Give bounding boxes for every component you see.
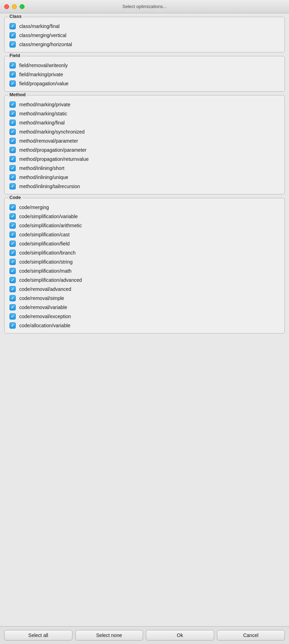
checkbox-item-code-simplification-math[interactable]: code/simplification/math xyxy=(8,267,281,275)
window-controls xyxy=(4,4,24,9)
close-button[interactable] xyxy=(4,4,9,9)
checkbox-item-field-marking-private[interactable]: field/marking/private xyxy=(8,70,281,79)
group-field: Fieldfield/removal/writeonlyfield/markin… xyxy=(4,56,285,92)
checkbox-method-propagation-parameter[interactable] xyxy=(9,147,16,153)
checkbox-label-code-removal-variable: code/removal/variable xyxy=(19,305,67,310)
checkbox-label-method-propagation-parameter: method/propagation/parameter xyxy=(19,147,86,153)
checkbox-field-marking-private[interactable] xyxy=(9,71,16,78)
group-items-code: code/mergingcode/simplification/variable… xyxy=(8,203,281,330)
select-none-button[interactable]: Select none xyxy=(75,630,143,641)
checkbox-item-class-merging-vertical[interactable]: class/merging/vertical xyxy=(8,31,281,40)
checkbox-label-field-removal-writeonly: field/removal/writeonly xyxy=(19,63,68,68)
checkbox-item-method-marking-synchronized[interactable]: method/marking/synchronized xyxy=(8,128,281,136)
checkbox-label-method-propagation-returnvalue: method/propagation/returnvalue xyxy=(19,156,89,162)
checkbox-item-code-simplification-advanced[interactable]: code/simplification/advanced xyxy=(8,276,281,284)
checkbox-item-code-allocation-variable[interactable]: code/allocation/variable xyxy=(8,321,281,330)
group-class: Classclass/marking/finalclass/merging/ve… xyxy=(4,17,285,52)
checkbox-code-allocation-variable[interactable] xyxy=(9,322,16,329)
checkbox-item-code-removal-variable[interactable]: code/removal/variable xyxy=(8,303,281,312)
checkbox-class-marking-final[interactable] xyxy=(9,23,16,29)
checkbox-label-code-simplification-variable: code/simplification/variable xyxy=(19,214,78,219)
checkbox-item-method-propagation-parameter[interactable]: method/propagation/parameter xyxy=(8,146,281,154)
checkbox-code-simplification-variable[interactable] xyxy=(9,213,16,220)
checkbox-item-field-removal-writeonly[interactable]: field/removal/writeonly xyxy=(8,61,281,70)
checkbox-label-field-marking-private: field/marking/private xyxy=(19,72,63,77)
checkbox-method-removal-parameter[interactable] xyxy=(9,138,16,144)
checkbox-item-code-removal-advanced[interactable]: code/removal/advanced xyxy=(8,285,281,293)
checkbox-item-code-merging[interactable]: code/merging xyxy=(8,203,281,212)
checkbox-item-code-removal-simple[interactable]: code/removal/simple xyxy=(8,294,281,302)
checkbox-code-removal-variable[interactable] xyxy=(9,304,16,310)
checkbox-label-method-inlining-short: method/inlining/short xyxy=(19,165,64,171)
checkbox-code-simplification-field[interactable] xyxy=(9,241,16,247)
maximize-button[interactable] xyxy=(20,4,24,9)
select-all-button[interactable]: Select all xyxy=(4,630,72,641)
checkbox-item-method-marking-final[interactable]: method/marking/final xyxy=(8,119,281,127)
checkbox-label-code-allocation-variable: code/allocation/variable xyxy=(19,323,70,328)
checkbox-class-merging-vertical[interactable] xyxy=(9,32,16,38)
checkbox-code-simplification-math[interactable] xyxy=(9,268,16,274)
checkbox-code-removal-exception[interactable] xyxy=(9,313,16,320)
checkbox-item-code-simplification-arithmetic[interactable]: code/simplification/arithmetic xyxy=(8,221,281,230)
checkbox-code-simplification-string[interactable] xyxy=(9,259,16,265)
checkbox-label-method-removal-parameter: method/removal/parameter xyxy=(19,138,78,144)
checkbox-method-inlining-unique[interactable] xyxy=(9,174,16,180)
checkbox-item-code-simplification-string[interactable]: code/simplification/string xyxy=(8,258,281,266)
checkbox-label-method-inlining-tailrecursion: method/inlining/tailrecursion xyxy=(19,184,80,189)
checkbox-method-marking-private[interactable] xyxy=(9,101,16,108)
checkbox-field-propagation-value[interactable] xyxy=(9,80,16,87)
checkbox-item-method-marking-static[interactable]: method/marking/static xyxy=(8,109,281,118)
checkbox-label-field-propagation-value: field/propagation/value xyxy=(19,81,69,86)
cancel-button[interactable]: Cancel xyxy=(217,630,285,641)
checkbox-method-marking-final[interactable] xyxy=(9,120,16,126)
group-method: Methodmethod/marking/privatemethod/marki… xyxy=(4,95,285,194)
checkbox-label-method-marking-private: method/marking/private xyxy=(19,102,70,107)
checkbox-method-marking-synchronized[interactable] xyxy=(9,129,16,135)
checkbox-item-method-inlining-unique[interactable]: method/inlining/unique xyxy=(8,173,281,181)
checkbox-method-propagation-returnvalue[interactable] xyxy=(9,156,16,162)
checkbox-item-code-simplification-variable[interactable]: code/simplification/variable xyxy=(8,212,281,221)
checkbox-code-simplification-cast[interactable] xyxy=(9,231,16,238)
checkbox-item-code-simplification-branch[interactable]: code/simplification/branch xyxy=(8,249,281,257)
checkbox-code-simplification-arithmetic[interactable] xyxy=(9,222,16,229)
group-legend-code: Code xyxy=(8,195,22,200)
minimize-button[interactable] xyxy=(12,4,17,9)
checkbox-method-inlining-short[interactable] xyxy=(9,165,16,171)
checkbox-code-merging[interactable] xyxy=(9,204,16,210)
checkbox-field-removal-writeonly[interactable] xyxy=(9,62,16,69)
title-bar: Select optimizations... xyxy=(0,0,289,13)
checkbox-class-merging-horizontal[interactable] xyxy=(9,41,16,48)
checkbox-item-method-marking-private[interactable]: method/marking/private xyxy=(8,100,281,109)
checkbox-item-method-inlining-tailrecursion[interactable]: method/inlining/tailrecursion xyxy=(8,182,281,191)
checkbox-label-class-marking-final: class/marking/final xyxy=(19,23,59,29)
content-area: Classclass/marking/finalclass/merging/ve… xyxy=(0,13,289,626)
checkbox-item-code-simplification-field[interactable]: code/simplification/field xyxy=(8,239,281,248)
checkbox-item-method-removal-parameter[interactable]: method/removal/parameter xyxy=(8,137,281,145)
checkbox-code-simplification-branch[interactable] xyxy=(9,250,16,256)
group-legend-field: Field xyxy=(8,53,21,58)
checkbox-item-method-inlining-short[interactable]: method/inlining/short xyxy=(8,164,281,172)
checkbox-label-code-removal-exception: code/removal/exception xyxy=(19,314,71,319)
checkbox-label-method-inlining-unique: method/inlining/unique xyxy=(19,174,68,180)
checkbox-item-class-marking-final[interactable]: class/marking/final xyxy=(8,22,281,30)
window-title: Select optimizations... xyxy=(122,4,167,9)
checkbox-method-marking-static[interactable] xyxy=(9,110,16,117)
checkbox-item-code-simplification-cast[interactable]: code/simplification/cast xyxy=(8,230,281,239)
checkbox-label-code-simplification-math: code/simplification/math xyxy=(19,268,71,274)
checkbox-item-method-propagation-returnvalue[interactable]: method/propagation/returnvalue xyxy=(8,155,281,163)
checkbox-item-class-merging-horizontal[interactable]: class/merging/horizontal xyxy=(8,40,281,49)
checkbox-label-class-merging-horizontal: class/merging/horizontal xyxy=(19,42,72,47)
ok-button[interactable]: Ok xyxy=(146,630,214,641)
group-legend-method: Method xyxy=(8,92,27,97)
checkbox-label-code-merging: code/merging xyxy=(19,205,49,210)
checkbox-code-removal-advanced[interactable] xyxy=(9,286,16,292)
checkbox-label-code-removal-advanced: code/removal/advanced xyxy=(19,286,71,292)
checkbox-code-removal-simple[interactable] xyxy=(9,295,16,301)
checkbox-method-inlining-tailrecursion[interactable] xyxy=(9,183,16,189)
checkbox-code-simplification-advanced[interactable] xyxy=(9,277,16,283)
checkbox-label-method-marking-final: method/marking/final xyxy=(19,120,65,126)
checkbox-item-code-removal-exception[interactable]: code/removal/exception xyxy=(8,312,281,321)
checkbox-item-field-propagation-value[interactable]: field/propagation/value xyxy=(8,79,281,88)
checkbox-label-method-marking-synchronized: method/marking/synchronized xyxy=(19,129,85,135)
checkbox-label-class-merging-vertical: class/merging/vertical xyxy=(19,33,66,38)
